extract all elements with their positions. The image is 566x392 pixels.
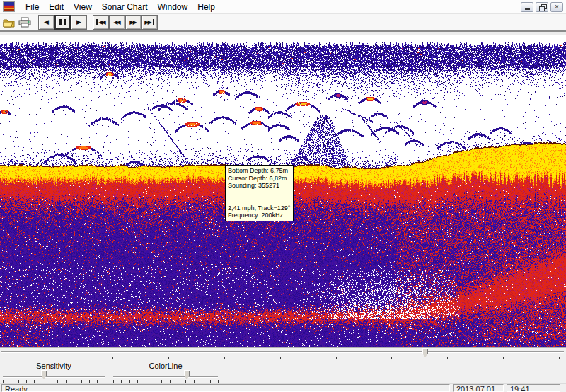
colorline-slider[interactable]: [113, 376, 218, 378]
tooltip-blank: [228, 197, 290, 204]
fast-forward-button[interactable]: ▶▶: [125, 15, 142, 30]
bar-icon: [153, 19, 154, 25]
pause-button[interactable]: [54, 15, 71, 30]
slider-tick: [391, 357, 392, 359]
control-panel: Sensitivity ColorLine: [0, 347, 566, 383]
position-slider[interactable]: [1, 351, 564, 353]
sonar-display: Bottom Depth: 6,75m Cursor Depth: 6,82m …: [0, 35, 566, 347]
close-icon: ×: [555, 4, 559, 11]
status-bar: Ready 2013.07.01 19:41: [0, 383, 566, 392]
status-time: 19:41: [507, 384, 560, 392]
menu-help[interactable]: Help: [192, 1, 220, 13]
pause-icon: [59, 19, 66, 25]
status-message: Ready: [1, 384, 450, 392]
slider-tick: [57, 357, 57, 359]
application-window: File Edit View Sonar Chart Window Help ×: [0, 0, 566, 392]
play-forward-icon: ▶: [76, 19, 81, 25]
slider-tick: [280, 357, 281, 359]
status-date: 2013.07.01: [453, 384, 504, 392]
play-reverse-button[interactable]: ◀: [38, 15, 54, 30]
seek-group: ◀◀ ◀◀ ▶▶ ▶▶: [93, 15, 158, 30]
open-button[interactable]: [1, 16, 16, 30]
skip-start-icon: ◀◀: [98, 20, 104, 25]
tooltip-blank: [228, 190, 290, 197]
slider-tick: [559, 357, 560, 359]
minimize-icon: [525, 8, 530, 10]
playback-group: ◀ ▶: [38, 15, 87, 30]
sensitivity-slider-thumb[interactable]: [41, 370, 47, 379]
menu-bar: File Edit View Sonar Chart Window Help ×: [0, 0, 566, 14]
slider-tick: [112, 357, 113, 359]
tooltip-speed-track: 2,41 mph, Track=129°: [228, 204, 290, 212]
menu-edit[interactable]: Edit: [44, 1, 69, 13]
toolbar: ◀ ▶ ◀◀ ◀◀ ▶▶ ▶▶: [0, 14, 566, 32]
rewind-icon: ◀◀: [113, 20, 119, 25]
print-button[interactable]: [17, 16, 32, 30]
mdi-window-controls: ×: [521, 2, 566, 12]
play-reverse-icon: ◀: [44, 19, 49, 25]
skip-to-start-button[interactable]: ◀◀: [93, 15, 109, 30]
sensitivity-slider[interactable]: [3, 376, 105, 378]
menu-file[interactable]: File: [21, 1, 44, 13]
tooltip-bottom-depth: Bottom Depth: 6,75m: [228, 167, 290, 175]
printer-icon: [18, 17, 31, 28]
play-forward-button[interactable]: ▶: [71, 15, 87, 30]
tooltip-cursor-depth: Cursor Depth: 6,82m: [228, 175, 290, 183]
close-button[interactable]: ×: [550, 2, 563, 12]
restore-icon: [539, 4, 545, 10]
slider-tick: [447, 357, 448, 359]
restore-button[interactable]: [536, 2, 548, 12]
slider-tick: [168, 357, 169, 359]
sensitivity-label: Sensitivity: [28, 362, 79, 370]
skip-to-end-button[interactable]: ▶▶: [142, 15, 158, 30]
colorline-label: ColorLine: [140, 362, 191, 370]
menu-view[interactable]: View: [69, 1, 97, 13]
colorline-slider-thumb[interactable]: [184, 370, 190, 379]
skip-end-icon: ▶▶: [144, 20, 150, 25]
slider-tick: [224, 357, 225, 359]
slider-tick: [503, 357, 504, 359]
tooltip-sounding: Sounding: 355271: [228, 182, 290, 190]
menu-window[interactable]: Window: [153, 1, 193, 13]
fast-forward-icon: ▶▶: [129, 20, 135, 25]
minimize-button[interactable]: [521, 2, 533, 12]
rewind-button[interactable]: ◀◀: [109, 15, 125, 30]
open-folder-icon: [3, 18, 16, 28]
slider-tick: [336, 357, 337, 359]
menu-sonar-chart[interactable]: Sonar Chart: [97, 1, 153, 13]
tooltip-frequency: Frequency: 200kHz: [228, 212, 290, 219]
cursor-tooltip: Bottom Depth: 6,75m Cursor Depth: 6,82m …: [225, 165, 294, 221]
app-icon[interactable]: [3, 1, 15, 12]
position-slider-thumb[interactable]: [422, 348, 428, 357]
bar-icon: [96, 19, 98, 25]
